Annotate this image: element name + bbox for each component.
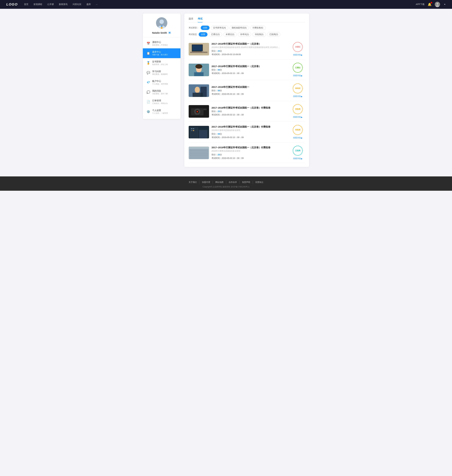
exam-info: 2017–2018年行测证件考试全国统一（北京卷）付费批卷 2018年行测考试是…	[212, 146, 288, 160]
svg-rect-18	[200, 87, 207, 97]
exam-score: 得分：99分	[212, 68, 288, 71]
exam-detail-link[interactable]: 查看详情 ▶	[293, 116, 302, 118]
exam-thumbnail	[189, 147, 209, 159]
svg-point-1	[437, 3, 438, 5]
nav-icon-qa: 💬	[146, 71, 150, 75]
nav-icon-account: 💎	[146, 81, 150, 84]
exam-status-btn[interactable]: 已批阅(2)	[267, 32, 280, 37]
sidebar-avatar-wrap: 🏅	[156, 17, 167, 29]
svg-rect-8	[192, 45, 202, 51]
exam-time: 考试时间：2019-05-03 10：09：09	[212, 157, 288, 160]
sidebar-nav: 📅 课程中心 精彩课程，不容错过 📋 题库中心 海量习题，助力通关 🏅 证书荣誉…	[143, 39, 180, 116]
tab-题库[interactable]: 题库	[189, 17, 193, 22]
sidebar-item-exam[interactable]: 📋 题库中心 海量习题，助力通关	[143, 48, 180, 58]
detail-arrow-icon: ▶	[301, 157, 302, 160]
nav-icon-settings: ⚙️	[146, 110, 150, 113]
svg-rect-24	[204, 109, 207, 110]
exam-type-btn[interactable]: 付费批卷(6)	[250, 26, 266, 30]
exam-status-stamp: 待批阅	[293, 125, 303, 135]
sidebar-item-settings[interactable]: ⚙️ 个人设置 个人信息、一键管理	[143, 107, 180, 116]
navbar-item[interactable]: 新闻资讯	[59, 3, 68, 6]
nav-icon-course: 📅	[146, 42, 150, 45]
nav-title-account: 账户中心	[152, 80, 168, 83]
navbar: LOGO 首页发现课程公开课新闻资讯问答社区题库··· APP下载 🔔 ▼	[0, 0, 452, 9]
footer-link[interactable]: 加盟代理	[199, 181, 213, 184]
tab-考试[interactable]: 考试	[198, 17, 202, 22]
exam-type-filter-row: 考试类型： 全部证书类考试(4)随机抽题考试(5)付费批卷(6)	[189, 26, 305, 30]
exam-detail-link[interactable]: 查看详情 ▶	[293, 95, 302, 98]
footer-link[interactable]: 关于我们	[186, 181, 199, 184]
exam-info: 2017–2018年行测证件考试全国统一 得分：99分 考试时间：2019-05…	[212, 86, 288, 95]
detail-arrow-icon: ▶	[301, 137, 302, 139]
exam-detail-link[interactable]: 查看详情 ▶	[293, 136, 302, 139]
notification-bell[interactable]: 🔔	[428, 2, 432, 6]
svg-rect-32	[193, 130, 194, 131]
footer-links: 关于我们加盟代理网站地图合作伙伴免责声明招贤纳士	[3, 181, 449, 184]
exam-status-btn[interactable]: 待考试(2)	[238, 32, 251, 37]
exam-detail-link[interactable]: 查看详情 ▶	[293, 54, 302, 56]
footer-link[interactable]: 招贤纳士	[253, 181, 266, 184]
exam-status-btn[interactable]: 已通过(2)	[209, 32, 222, 37]
sidebar-item-qa[interactable]: 💬 学习问答 课后重温、疑难解答	[143, 68, 180, 78]
navbar-item[interactable]: 题库	[86, 3, 91, 6]
exam-title: 2017–2018年行测证件考试全国统一（北京卷）	[212, 65, 288, 68]
sidebar-item-cert[interactable]: 🏅 证书荣誉 收获荣誉，持证上岗	[143, 58, 180, 68]
exam-status-stamp: 待考试	[293, 83, 303, 94]
exam-info: 2017–2018年行测证件考试全国统一（北京卷） 2018年行测考试是最值得多…	[212, 42, 288, 56]
navbar-item[interactable]: 问答社区	[73, 3, 81, 6]
sidebar-profile: 🏅 Natalie Smith 编	[143, 17, 180, 37]
nav-title-cert: 证书荣誉	[152, 60, 168, 63]
sidebar-item-account[interactable]: 💎 账户中心 个人权益、实时掌握	[143, 78, 180, 87]
sidebar-item-msg[interactable]: 💭 我的消息 消息通知、及时了解	[143, 87, 180, 97]
exam-status-btn[interactable]: 未通过(2)	[223, 32, 237, 37]
user-dropdown-caret[interactable]: ▼	[444, 3, 446, 6]
exam-status-btn[interactable]: 全部	[199, 32, 207, 37]
exam-type-btn[interactable]: 全部	[201, 26, 210, 30]
svg-rect-31	[191, 130, 192, 131]
navbar-item[interactable]: 发现课程	[33, 3, 42, 6]
detail-arrow-icon: ▶	[301, 116, 302, 118]
exam-status-buttons: 全部已通过(2)未通过(2)待考试(2)待批阅(2)已批阅(2)	[199, 32, 280, 37]
exam-status-stamp: 待批阅	[293, 104, 303, 114]
exam-status-btn[interactable]: 待批阅(2)	[253, 32, 266, 37]
exam-score: 得分：25分	[212, 153, 288, 156]
svg-point-4	[160, 20, 164, 24]
exam-type-buttons: 全部证书类考试(4)随机抽题考试(5)付费批卷(6)	[201, 26, 266, 30]
exam-thumbnail	[189, 126, 209, 138]
footer-copyright: Copyright® 云朵商学院 版权所有 京ICP备17051340号-1	[3, 185, 449, 188]
sidebar-item-course[interactable]: 📅 课程中心 精彩课程，不容错过	[143, 39, 180, 48]
footer-link[interactable]: 免责声明	[239, 181, 253, 184]
exam-detail-link[interactable]: 查看详情 ▶	[293, 74, 302, 77]
navbar-item[interactable]: 首页	[24, 3, 28, 6]
sidebar-username: Natalie Smith 编	[152, 31, 171, 34]
app-download-link[interactable]: APP下载	[416, 3, 425, 6]
footer-link[interactable]: 合作伙伴	[226, 181, 239, 184]
exam-score: 得分：25分	[212, 110, 288, 113]
exam-time: 考试时间：2019-05-03 10：09：09	[212, 93, 288, 95]
exam-status-wrap: 已通过 查看详情 ▶	[291, 63, 305, 77]
logo[interactable]: LOGO	[6, 2, 18, 7]
exam-status-label: 考试状态	[189, 33, 197, 36]
navbar-item[interactable]: 公开课	[47, 3, 54, 6]
exam-type-label: 考试类型：	[189, 26, 199, 29]
footer-link[interactable]: 网站地图	[213, 181, 226, 184]
exam-list: 2017–2018年行测证件考试全国统一（北京卷） 2018年行测考试是最值得多…	[189, 39, 305, 163]
exam-score: 得分：99分	[212, 89, 288, 92]
nav-subtitle-exam: 海量习题，助力通关	[152, 54, 168, 56]
exam-type-btn[interactable]: 随机抽题考试(5)	[229, 26, 249, 30]
content-tabs: 题库考试	[189, 17, 305, 22]
nav-subtitle-qa: 课后重温、疑难解答	[152, 73, 168, 75]
exam-desc: 2018年行测考试是最值得多去研究 2018年行测考试是最值得多去研究 2018…	[212, 46, 288, 49]
exam-type-btn[interactable]: 证书类考试(4)	[211, 26, 228, 30]
exam-time: 考试时间：2019-05-03 10:09:09	[212, 53, 288, 56]
exam-detail-link[interactable]: 查看详情 ▶	[293, 157, 302, 160]
nav-subtitle-msg: 消息通知、及时了解	[152, 93, 168, 95]
nav-subtitle-order: 订单支出、明明白白	[152, 102, 168, 105]
avatar[interactable]	[435, 2, 440, 7]
sidebar-item-order[interactable]: 📄 订单管理 订单支出、明明白白	[143, 97, 180, 107]
exam-desc: 2018年行测考试是最值得多去研究	[212, 129, 288, 132]
navbar-item[interactable]: ···	[96, 3, 98, 6]
detail-arrow-icon: ▶	[301, 95, 302, 98]
exam-thumbnail	[189, 43, 209, 55]
nav-title-exam: 题库中心	[152, 51, 168, 54]
